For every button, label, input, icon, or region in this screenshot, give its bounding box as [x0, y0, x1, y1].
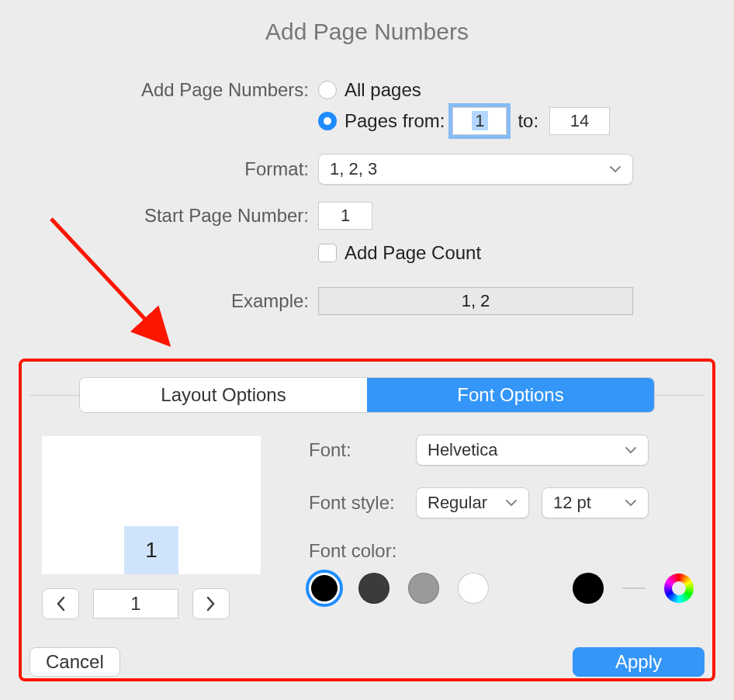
font-options-panel: Font: Helvetica Font style: Regular 12 p… [309, 435, 705, 604]
prev-page-button[interactable] [42, 588, 79, 619]
color-swatch-current[interactable] [573, 573, 604, 604]
start-num-label: Start Page Number: [0, 205, 318, 227]
next-page-button[interactable] [192, 588, 230, 619]
form-area: Add Page Numbers: All pages Pages from: … [0, 79, 734, 315]
apply-button[interactable]: Apply [573, 647, 705, 677]
all-pages-label: All pages [344, 79, 421, 101]
font-size-dropdown[interactable]: 12 pt [542, 487, 649, 518]
font-dropdown[interactable]: Helvetica [416, 435, 649, 466]
example-output: 1, 2 [318, 287, 633, 315]
color-picker-button[interactable] [664, 574, 694, 603]
preview-page-input[interactable]: 1 [93, 589, 178, 619]
preview-page[interactable]: 1 [42, 436, 261, 574]
color-swatch-white[interactable] [458, 573, 489, 604]
font-color-row [309, 573, 705, 604]
to-label: to: [518, 110, 538, 132]
font-style-value: Regular [428, 493, 487, 513]
chevron-right-icon [206, 596, 216, 612]
cancel-button[interactable]: Cancel [29, 647, 120, 677]
font-style-dropdown[interactable]: Regular [416, 487, 529, 518]
page-preview: 1 1 [42, 436, 261, 619]
format-dropdown[interactable]: 1, 2, 3 [318, 154, 633, 185]
dialog-title: Add Page Numbers [0, 0, 734, 45]
pages-from-label: Pages from: [344, 110, 445, 132]
format-label: Format: [0, 158, 318, 180]
chevron-down-icon [505, 499, 518, 507]
format-value: 1, 2, 3 [330, 159, 377, 179]
scope-label: Add Page Numbers: [0, 79, 318, 101]
tab-layout-options[interactable]: Layout Options [80, 378, 367, 412]
radio-all-pages[interactable] [318, 81, 337, 99]
font-label: Font: [309, 439, 416, 461]
chevron-left-icon [56, 596, 65, 612]
example-label: Example: [0, 290, 318, 312]
font-color-label: Font color: [309, 540, 441, 562]
chevron-down-icon [609, 165, 621, 173]
page-number-preview: 1 [124, 526, 178, 574]
font-value: Helvetica [428, 440, 497, 460]
options-tabs: Layout Options Font Options [29, 377, 705, 413]
divider [29, 395, 79, 396]
pages-to-input[interactable]: 14 [549, 107, 610, 135]
divider [622, 587, 646, 589]
color-swatch-darkgray[interactable] [358, 573, 390, 604]
font-style-label: Font style: [309, 492, 416, 514]
add-page-count-checkbox[interactable] [318, 244, 337, 262]
radio-pages-from[interactable] [318, 112, 337, 130]
add-page-count-label: Add Page Count [344, 242, 481, 264]
start-num-input[interactable]: 1 [318, 202, 372, 230]
chevron-down-icon [625, 499, 637, 507]
tab-font-options[interactable]: Font Options [367, 378, 654, 412]
color-swatch-black[interactable] [309, 573, 340, 604]
pages-from-input[interactable]: 1 [452, 107, 507, 135]
divider [655, 395, 705, 396]
chevron-down-icon [625, 446, 637, 454]
font-size-value: 12 pt [553, 493, 591, 513]
color-swatch-gray[interactable] [408, 573, 439, 604]
